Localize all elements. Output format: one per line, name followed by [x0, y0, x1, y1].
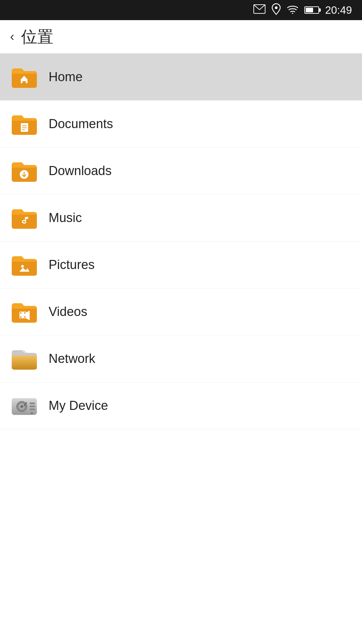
- svg-point-25: [31, 412, 33, 414]
- home-folder-icon: [10, 63, 39, 91]
- svg-point-9: [21, 265, 24, 268]
- network-label: Network: [49, 352, 95, 366]
- list-item-pictures[interactable]: Pictures: [0, 241, 362, 288]
- downloads-label: Downloads: [49, 164, 112, 178]
- list-item-mydevice[interactable]: My Device: [0, 382, 362, 429]
- svg-rect-13: [24, 312, 25, 314]
- status-time: 20:49: [325, 4, 352, 16]
- list-item-music[interactable]: Music: [0, 195, 362, 241]
- location-list: Home Documents: [0, 54, 362, 429]
- location-icon: [272, 3, 281, 17]
- email-icon: [253, 4, 265, 16]
- svg-rect-12: [20, 316, 21, 318]
- svg-point-2: [292, 13, 293, 14]
- home-label: Home: [49, 70, 82, 84]
- list-item-home[interactable]: Home: [0, 54, 362, 101]
- documents-folder-icon: [10, 110, 39, 138]
- wifi-icon: [287, 4, 298, 16]
- svg-rect-22: [29, 402, 35, 404]
- music-folder-icon: [10, 204, 39, 232]
- back-button[interactable]: ‹: [10, 30, 14, 44]
- svg-rect-14: [24, 316, 25, 318]
- list-item-videos[interactable]: Videos: [0, 288, 362, 335]
- videos-label: Videos: [49, 305, 87, 319]
- videos-folder-icon: [10, 298, 39, 326]
- svg-rect-11: [20, 312, 21, 314]
- svg-point-20: [21, 406, 22, 407]
- pictures-folder-icon: [10, 251, 39, 279]
- battery-icon: [304, 6, 319, 14]
- list-item-downloads[interactable]: Downloads: [0, 148, 362, 195]
- downloads-folder-icon: [10, 157, 39, 185]
- pictures-label: Pictures: [49, 258, 95, 272]
- status-bar: 20:49: [0, 0, 362, 20]
- list-item-documents[interactable]: Documents: [0, 101, 362, 148]
- music-label: Music: [49, 211, 82, 225]
- network-folder-icon: [10, 344, 39, 373]
- svg-rect-23: [29, 406, 35, 407]
- header: ‹ 位置: [0, 20, 362, 54]
- mydevice-label: My Device: [49, 398, 108, 413]
- page-title: 位置: [21, 26, 53, 48]
- hdd-icon: [10, 391, 39, 420]
- list-item-network[interactable]: Network: [0, 335, 362, 382]
- svg-point-1: [275, 6, 278, 9]
- svg-rect-24: [29, 409, 35, 410]
- documents-label: Documents: [49, 117, 113, 131]
